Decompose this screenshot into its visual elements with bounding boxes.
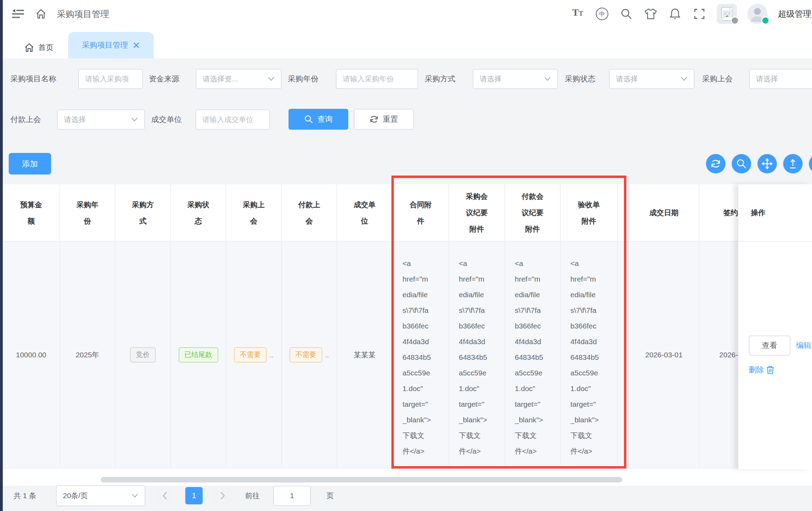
search-button[interactable]: 查询 (289, 109, 348, 130)
next-page-button[interactable] (214, 487, 232, 504)
reset-button-label: 重置 (383, 114, 398, 124)
payment-meeting-ellipsis: .. (325, 347, 329, 363)
search-button-icon (304, 115, 313, 124)
content-area: 采购项目名称 资金来源 请选择资... 采购年份 采购方式 请选择 采购状态 请… (3, 58, 812, 511)
goto-label: 前往 (245, 485, 260, 506)
table-more-button-clipped[interactable] (809, 154, 812, 173)
cell-acceptance-attachment: <a href="m edia/file s\7\f\7fa b366fec 4… (561, 242, 618, 468)
top-bar-left: 采购项目管理 (11, 0, 109, 28)
purchase-year-input-wrap (336, 69, 418, 89)
payment-meeting-tag: 不需要 (290, 347, 322, 363)
purchase-year-input[interactable] (343, 75, 411, 83)
deal-unit-input[interactable] (202, 115, 263, 124)
trash-icon (766, 365, 774, 374)
home-tab-icon (24, 43, 34, 52)
delete-link[interactable]: 删除 (749, 365, 774, 375)
tab-procurement[interactable]: 采购项目管理 (68, 32, 154, 58)
filter-purchase-method-label: 采购方式 (425, 74, 467, 84)
search-icon[interactable] (619, 7, 633, 21)
reset-button[interactable]: 重置 (354, 109, 414, 130)
cell-payment-meeting: 不需要.. (282, 242, 337, 468)
tab-bar: 首页 采购项目管理 (3, 28, 812, 58)
fund-source-select[interactable]: 请选择资... (196, 69, 282, 89)
col-header-spacer (618, 184, 629, 241)
col-header-acceptance-attach: 验收单附件 (561, 184, 618, 241)
col-header-purchase-meeting: 采购上会 (226, 184, 282, 241)
avatar-broken-image[interactable] (717, 4, 737, 24)
filter-project-name: 采购项目名称 (10, 69, 143, 89)
collapse-menu-icon[interactable] (11, 7, 25, 21)
status-dot-green (761, 16, 770, 25)
font-size-icon[interactable]: TT (571, 7, 585, 21)
avatar-user[interactable] (747, 4, 768, 24)
filter-purchase-status-label: 采购状态 (565, 74, 603, 84)
horizontal-scrollbar[interactable] (101, 477, 622, 482)
cell-deal-date: 2026-03-01 (629, 242, 699, 468)
project-name-input[interactable] (85, 75, 136, 83)
top-bar: 采购项目管理 TT 中 (3, 0, 812, 28)
view-button[interactable]: 查看 (749, 335, 790, 356)
filter-payment-meeting: 付款上会 请选择 (10, 110, 145, 130)
purchase-meeting-placeholder: 请选择 (756, 74, 778, 84)
col-header-payment-minutes-attach: 付款会议纪要附件 (505, 184, 561, 241)
filter-payment-meeting-label: 付款上会 (10, 114, 51, 125)
goto-page-input[interactable] (273, 486, 311, 506)
procurement-management-page: 采购项目管理 TT 中 (0, 0, 812, 511)
filter-purchase-status: 采购状态 请选择 (565, 69, 695, 89)
tab-home[interactable]: 首页 (24, 36, 54, 58)
page-size-select[interactable]: 20条/页 (56, 485, 145, 506)
cell-spacer (618, 242, 629, 468)
notification-bell-icon[interactable] (668, 7, 682, 21)
col-header-year: 采购年份 (60, 184, 115, 241)
purchase-method-select[interactable]: 请选择 (473, 69, 558, 89)
project-name-input-wrap (78, 69, 143, 89)
reset-button-icon (370, 115, 379, 124)
table-header-row: 预算金额 采购年份 采购方式 采购状态 采购上会 付款上会 成交单位 合同附件 … (3, 184, 812, 242)
filter-deal-unit: 成交单位 (151, 110, 270, 130)
payment-meeting-placeholder: 请选择 (64, 115, 86, 124)
current-page-button[interactable]: 1 (185, 487, 203, 504)
pagination-total: 共 1 条 (14, 485, 36, 506)
filter-project-name-label: 采购项目名称 (10, 74, 73, 84)
edit-link[interactable]: 编辑 (796, 340, 811, 351)
table-export-button[interactable] (783, 154, 803, 173)
col-header-contract-attach: 合同附件 (393, 184, 449, 241)
tab-procurement-label: 采购项目管理 (82, 40, 128, 50)
status-dot-gray (731, 16, 739, 25)
tab-close-icon[interactable] (133, 42, 140, 49)
cell-actions: 查看 编辑 删除 (738, 242, 812, 469)
table-search-toggle-button[interactable] (732, 154, 751, 173)
purchase-status-select[interactable]: 请选择 (609, 69, 695, 89)
purchase-method-placeholder: 请选择 (480, 74, 502, 84)
filter-fund-source: 资金来源 请选择资... (149, 69, 282, 89)
cell-purchase-meeting: 不需要.. (226, 242, 282, 468)
table-refresh-button[interactable] (706, 154, 725, 173)
page-size-value: 20条/页 (63, 491, 88, 501)
theme-tshirt-icon[interactable] (644, 7, 658, 21)
method-tag: 竞价 (130, 347, 156, 363)
add-button[interactable]: 添加 (9, 153, 51, 175)
col-header-status: 采购状态 (171, 184, 226, 241)
deal-unit-input-wrap (195, 110, 270, 130)
fixed-action-column: 操作 查看 编辑 删除 (738, 184, 812, 469)
table-row[interactable]: 10000.00 2025年 竞价 已结尾款 不需要.. 不需要.. 某某某 <… (3, 242, 812, 469)
filter-fund-source-label: 资金来源 (149, 74, 190, 84)
col-header-budget: 预算金额 (3, 184, 60, 241)
col-header-method: 采购方式 (115, 184, 171, 241)
filter-purchase-year-label: 采购年份 (288, 74, 330, 84)
payment-meeting-select[interactable]: 请选择 (57, 110, 145, 130)
purchase-meeting-select[interactable]: 请选择 (749, 69, 812, 89)
prev-page-button[interactable] (156, 487, 173, 504)
cell-contract-attachment: <a href="m edia/file s\7\f\7fa b366fec 4… (393, 242, 449, 468)
cell-status: 已结尾款 (171, 242, 226, 468)
home-icon[interactable] (34, 7, 48, 21)
col-header-purchase-minutes-attach: 采购会议纪要附件 (449, 184, 505, 241)
status-tag: 已结尾款 (179, 347, 218, 363)
filter-purchase-method: 采购方式 请选择 (425, 69, 558, 89)
language-icon[interactable]: 中 (595, 7, 609, 21)
action-row-2: 删除 (749, 365, 812, 375)
chevron-down-icon (544, 76, 551, 81)
table-move-button[interactable] (757, 154, 777, 173)
col-header-payment-meeting: 付款上会 (282, 184, 337, 241)
fullscreen-icon[interactable] (692, 7, 706, 21)
